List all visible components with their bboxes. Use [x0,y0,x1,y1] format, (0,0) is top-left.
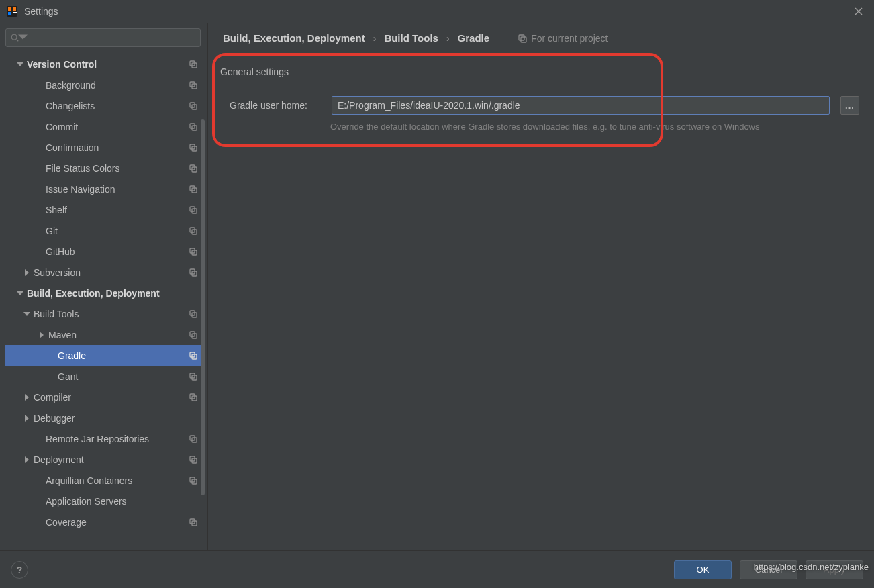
breadcrumb-item[interactable]: Gradle [458,32,490,44]
project-settings-icon [189,122,198,132]
project-settings-icon [189,81,198,90]
sidebar-item-label: Coverage [46,517,189,528]
sidebar-item-label: Version Control [27,59,189,70]
sidebar-item-label: Build Tools [34,309,189,320]
svg-rect-3 [8,12,11,15]
sidebar-item-confirmation[interactable]: Confirmation [5,137,205,158]
project-settings-icon [189,247,198,256]
breadcrumb-item[interactable]: Build Tools [384,32,438,44]
close-icon[interactable] [853,5,865,17]
svg-rect-50 [521,37,526,42]
svg-point-7 [11,34,17,40]
sidebar-item-gradle[interactable]: Gradle [5,345,205,366]
sidebar-item-shelf[interactable]: Shelf [5,199,205,220]
sidebar-item-build-execution-deployment[interactable]: Build, Execution, Deployment [5,283,205,303]
chevron-down-icon[interactable] [16,291,24,295]
project-settings-icon [189,518,198,527]
help-button[interactable]: ? [11,561,28,579]
sidebar-item-arquillian-containers[interactable]: Arquillian Containers [5,470,205,491]
chevron-right-icon: › [446,33,450,44]
chevron-right-icon[interactable] [23,456,31,463]
sidebar-item-label: Issue Navigation [46,184,189,195]
sidebar-scrollbar[interactable] [201,119,205,495]
sidebar-item-label: Gradle [58,350,189,361]
project-settings-icon [189,372,198,381]
sidebar-item-subversion[interactable]: Subversion [5,262,205,283]
window-title: Settings [24,6,58,17]
project-settings-icon [189,226,198,236]
watermark: https://blog.csdn.net/zyplanke [754,562,869,572]
sidebar-item-gant[interactable]: Gant [5,366,205,387]
sidebar-item-commit[interactable]: Commit [5,116,205,137]
sidebar-item-coverage[interactable]: Coverage [5,511,205,532]
sidebar-item-github[interactable]: GitHub [5,241,205,262]
titlebar: Settings [0,0,874,23]
sidebar-item-label: Git [46,226,189,236]
sidebar-item-git[interactable]: Git [5,220,205,241]
sidebar-item-debugger[interactable]: Debugger [5,407,205,428]
general-settings-section: General settings Gradle user home: ... O… [220,66,859,132]
sidebar-item-deployment[interactable]: Deployment [5,449,205,470]
search-field[interactable] [30,33,196,43]
settings-tree: Version ControlBackgroundChangelistsComm… [5,54,205,550]
section-divider [295,72,859,72]
project-settings-icon [189,205,198,215]
sidebar-item-file-status-colors[interactable]: File Status Colors [5,158,205,179]
sidebar-item-changelists[interactable]: Changelists [5,95,205,116]
project-settings-icon [189,101,198,111]
sidebar-item-application-servers[interactable]: Application Servers [5,491,205,511]
sidebar-item-label: File Status Colors [46,163,189,174]
browse-button[interactable]: ... [840,96,859,115]
svg-rect-4 [13,12,17,13]
chevron-down-icon[interactable] [23,312,31,316]
chevron-right-icon[interactable] [23,269,31,276]
sidebar-item-label: Changelists [46,101,189,111]
sidebar-item-label: Arquillian Containers [46,475,189,486]
svg-rect-49 [519,35,524,40]
sidebar-item-label: Compiler [34,392,189,403]
chevron-right-icon: › [373,33,377,44]
sidebar-item-label: Maven [48,330,189,340]
section-title: General settings [220,66,295,77]
dialog-footer: ? OK Cancel Apply https://blog.csdn.net/… [0,550,874,588]
sidebar-item-label: Remote Jar Repositories [46,434,189,444]
sidebar-item-label: Confirmation [46,142,189,153]
project-settings-icon [189,164,198,173]
svg-rect-1 [8,7,11,11]
chevron-right-icon[interactable] [23,394,31,401]
project-settings-icon [189,351,198,360]
sidebar-item-issue-navigation[interactable]: Issue Navigation [5,179,205,199]
search-options-icon[interactable] [18,32,28,44]
sidebar-item-label: Build, Execution, Deployment [27,288,198,299]
project-settings-icon [189,60,198,69]
sidebar-item-build-tools[interactable]: Build Tools [5,303,205,324]
search-input[interactable] [5,28,201,47]
chevron-down-icon[interactable] [16,62,24,66]
breadcrumb: Build, Execution, Deployment › Build Too… [220,32,859,44]
sidebar-item-maven[interactable]: Maven [5,324,205,345]
ok-button[interactable]: OK [674,560,732,579]
sidebar-item-label: Debugger [34,413,198,424]
sidebar-item-remote-jar-repositories[interactable]: Remote Jar Repositories [5,428,205,449]
scope-hint-label: For current project [531,33,608,44]
gradle-home-field[interactable] [332,96,830,115]
project-settings-icon [189,143,198,152]
sidebar-item-label: Subversion [34,267,189,278]
sidebar-item-label: Background [46,80,189,91]
settings-sidebar: Version ControlBackgroundChangelistsComm… [0,23,208,550]
breadcrumb-item[interactable]: Build, Execution, Deployment [223,32,365,44]
sidebar-item-label: GitHub [46,246,189,257]
sidebar-item-version-control[interactable]: Version Control [5,54,205,75]
sidebar-item-compiler[interactable]: Compiler [5,387,205,407]
settings-main: Build, Execution, Deployment › Build Too… [208,23,874,550]
project-settings-icon [189,393,198,402]
sidebar-item-label: Deployment [34,454,189,465]
chevron-right-icon[interactable] [23,415,31,422]
project-settings-icon [189,476,198,485]
project-settings-icon [189,434,198,444]
project-settings-icon [189,309,198,319]
project-settings-icon [189,330,198,340]
chevron-right-icon[interactable] [38,332,46,338]
sidebar-item-label: Application Servers [46,496,198,507]
sidebar-item-background[interactable]: Background [5,75,205,95]
